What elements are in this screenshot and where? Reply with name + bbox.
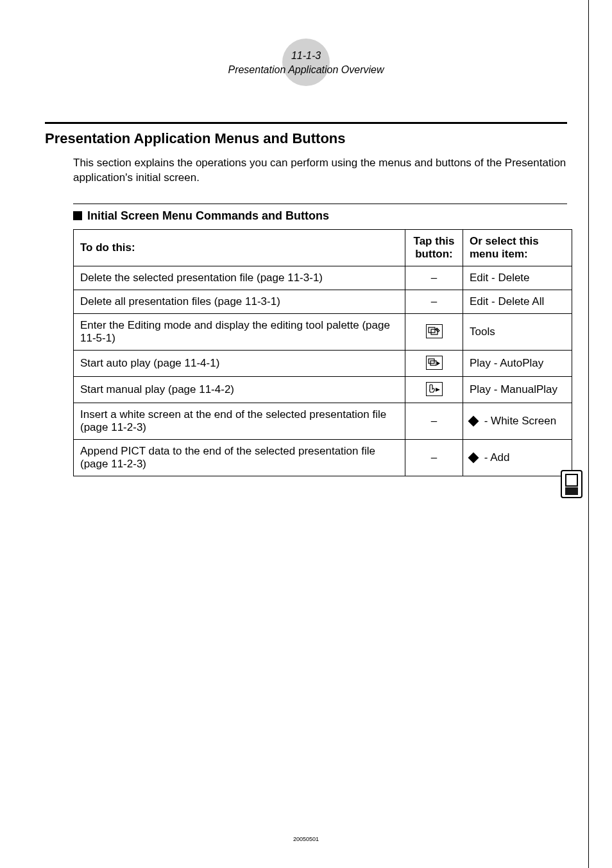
cell-todo: Append PICT data to the end of the selec… xyxy=(74,439,405,476)
heading-main: Presentation Application Menus and Butto… xyxy=(45,130,567,147)
cell-menu-item: Edit - Delete All xyxy=(463,290,572,313)
table-row: Insert a white screen at the end of the … xyxy=(74,403,572,439)
calculator-device-icon xyxy=(561,470,582,498)
cell-todo: Start auto play (page 11-4-1) xyxy=(74,350,405,376)
cell-todo: Start manual play (page 11-4-2) xyxy=(74,376,405,403)
table-row: Start manual play (page 11-4-2)Play - Ma… xyxy=(74,376,572,403)
tools-icon xyxy=(426,324,443,338)
square-bullet-icon xyxy=(73,211,82,220)
col-header-tap: Tap this button: xyxy=(405,229,463,266)
rule-above-h1 xyxy=(45,122,567,124)
diamond-icon xyxy=(468,416,479,427)
page-right-border xyxy=(588,0,589,868)
cell-tap-button: – xyxy=(405,290,463,313)
table-header-row: To do this: Tap this button: Or select t… xyxy=(74,229,572,266)
table-row: Enter the Editing mode and display the e… xyxy=(74,313,572,350)
cell-menu-item: Play - ManualPlay xyxy=(463,376,572,403)
cell-menu-item: - Add xyxy=(463,439,572,476)
autoplay-icon xyxy=(426,356,443,370)
intro-paragraph: This section explains the operations you… xyxy=(73,156,567,186)
table-row: Start auto play (page 11-4-1)Play - Auto… xyxy=(74,350,572,376)
page-header: 11-1-3 Presentation Application Overview xyxy=(45,26,567,77)
menu-item-text: Edit - Delete All xyxy=(470,295,544,308)
table-row: Delete all presentation files (page 11-3… xyxy=(74,290,572,313)
svg-rect-0 xyxy=(429,327,435,333)
cell-menu-item: Edit - Delete xyxy=(463,266,572,290)
manualplay-icon xyxy=(426,382,443,396)
commands-table: To do this: Tap this button: Or select t… xyxy=(73,229,572,476)
cell-tap-button xyxy=(405,350,463,376)
diamond-icon xyxy=(468,453,479,464)
header-section-title: Presentation Application Overview xyxy=(228,64,384,75)
cell-menu-item: Tools xyxy=(463,313,572,350)
menu-item-text: Play - ManualPlay xyxy=(470,383,557,395)
cell-todo: Enter the Editing mode and display the e… xyxy=(74,313,405,350)
cell-tap-button: – xyxy=(405,403,463,439)
cell-todo: Delete all presentation files (page 11-3… xyxy=(74,290,405,313)
menu-item-text: Play - AutoPlay xyxy=(470,357,543,369)
cell-menu-item: - White Screen xyxy=(463,403,572,439)
table-row: Delete the selected presentation file (p… xyxy=(74,266,572,290)
header-page-number: 11-1-3 xyxy=(228,49,384,63)
cell-tap-button: – xyxy=(405,439,463,476)
rule-above-h2 xyxy=(73,204,567,204)
menu-item-text: - Add xyxy=(481,451,509,464)
cell-todo: Delete the selected presentation file (p… xyxy=(74,266,405,290)
cell-menu-item: Play - AutoPlay xyxy=(463,350,572,376)
footer-number: 20050501 xyxy=(0,836,612,842)
cell-tap-button: – xyxy=(405,266,463,290)
menu-item-text: - White Screen xyxy=(481,415,556,427)
cell-todo: Insert a white screen at the end of the … xyxy=(74,403,405,439)
cell-tap-button xyxy=(405,313,463,350)
menu-item-text: Tools xyxy=(470,326,495,338)
col-header-menu: Or select this menu item: xyxy=(463,229,572,266)
table-row: Append PICT data to the end of the selec… xyxy=(74,439,572,476)
menu-item-text: Edit - Delete xyxy=(470,272,530,284)
cell-tap-button xyxy=(405,376,463,403)
heading-sub: Initial Screen Menu Commands and Buttons xyxy=(87,209,329,223)
col-header-todo: To do this: xyxy=(74,229,405,266)
